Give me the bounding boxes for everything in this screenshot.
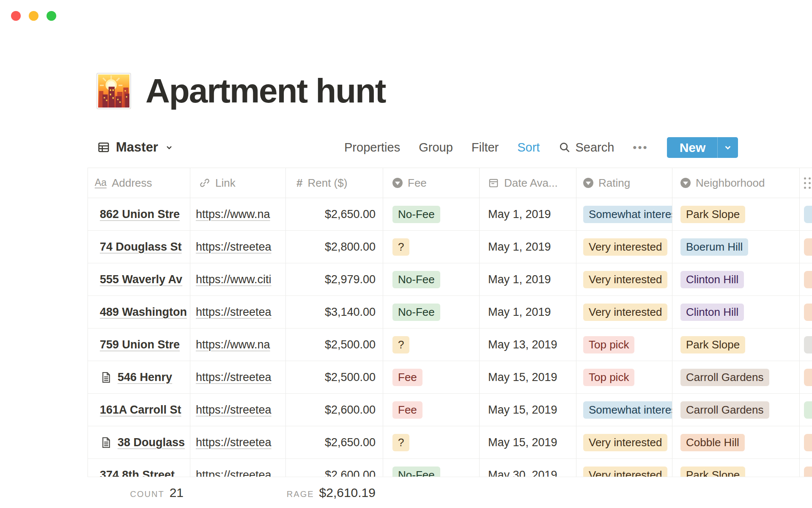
page-icon xyxy=(100,436,112,449)
chevron-down-icon[interactable] xyxy=(718,142,738,153)
rent-cell: $2,650.00 xyxy=(325,208,376,221)
rating-badge[interactable]: Somewhat interested xyxy=(583,401,672,419)
column-header-fee[interactable]: Fee xyxy=(383,168,480,198)
view-switcher[interactable]: Master xyxy=(97,137,174,157)
link-cell[interactable]: https://streetea xyxy=(196,240,272,254)
column-header-rating[interactable]: Rating xyxy=(576,168,672,198)
date-cell: May 1, 2019 xyxy=(488,306,551,319)
zoom-window-button[interactable] xyxy=(47,11,56,21)
truncated-badge[interactable] xyxy=(804,304,812,321)
fee-badge[interactable]: ? xyxy=(392,238,409,256)
window-controls xyxy=(11,11,56,21)
table-header-row: Aa Address Link # Rent ($) F xyxy=(88,168,812,198)
address-cell[interactable]: 862 Union Stre xyxy=(100,208,180,221)
truncated-badge[interactable] xyxy=(804,206,812,223)
fee-badge[interactable]: Fee xyxy=(392,401,422,419)
truncated-badge[interactable] xyxy=(804,467,812,477)
address-cell[interactable]: 546 Henry xyxy=(118,371,172,384)
new-button-label[interactable]: New xyxy=(667,137,718,158)
rating-badge[interactable]: Very interested xyxy=(583,238,667,256)
link-cell[interactable]: https://streetea xyxy=(196,469,272,477)
neighborhood-badge[interactable]: Clinton Hill xyxy=(680,271,744,288)
grid-dots-icon xyxy=(804,177,812,189)
address-cell[interactable]: 74 Douglass St xyxy=(100,240,182,254)
link-cell[interactable]: https://streetea xyxy=(196,436,272,449)
sort-button[interactable]: Sort xyxy=(517,141,540,155)
truncated-badge[interactable] xyxy=(804,271,812,288)
date-property-icon xyxy=(488,177,499,188)
fee-badge[interactable]: No-Fee xyxy=(392,304,440,321)
url-property-icon xyxy=(199,177,210,188)
column-header-address[interactable]: Aa Address xyxy=(88,168,190,198)
rating-badge[interactable]: Very interested xyxy=(583,271,667,288)
average-label: RAGE xyxy=(287,489,314,499)
address-cell[interactable]: 38 Douglass xyxy=(118,436,185,449)
column-header-truncated[interactable] xyxy=(800,168,812,198)
fee-badge[interactable]: ? xyxy=(392,434,409,451)
group-button[interactable]: Group xyxy=(419,141,453,155)
truncated-badge[interactable] xyxy=(804,369,812,386)
truncated-badge[interactable] xyxy=(804,401,812,419)
link-cell[interactable]: https://streetea xyxy=(196,371,272,384)
new-button[interactable]: New xyxy=(667,137,738,158)
link-cell[interactable]: https://www.na xyxy=(196,338,270,351)
more-options-button[interactable]: ••• xyxy=(633,141,648,154)
neighborhood-badge[interactable]: Park Slope xyxy=(680,336,745,353)
minimize-window-button[interactable] xyxy=(29,11,38,21)
count-calculation[interactable]: COUNT 21 xyxy=(88,486,190,500)
fee-badge[interactable]: Fee xyxy=(392,369,422,386)
fee-badge[interactable]: No-Fee xyxy=(392,467,440,477)
rent-cell: $2,500.00 xyxy=(325,338,376,351)
neighborhood-badge[interactable]: Park Slope xyxy=(680,206,745,223)
neighborhood-badge[interactable]: Park Slope xyxy=(680,467,745,477)
neighborhood-badge[interactable]: Carroll Gardens xyxy=(680,369,769,386)
truncated-badge[interactable] xyxy=(804,434,812,451)
address-cell[interactable]: 555 Waverly Av xyxy=(100,273,182,286)
date-cell: May 1, 2019 xyxy=(488,240,551,254)
date-cell: May 15, 2019 xyxy=(488,403,557,417)
properties-button[interactable]: Properties xyxy=(344,141,400,155)
column-header-neighborhood[interactable]: Neighborhood xyxy=(672,168,800,198)
neighborhood-badge[interactable]: Clinton Hill xyxy=(680,304,744,321)
fee-badge[interactable]: No-Fee xyxy=(392,271,440,288)
link-cell[interactable]: https://streetea xyxy=(196,403,272,417)
table-row: 38 Douglass https://streetea $2,650.00 ?… xyxy=(88,426,812,459)
address-cell[interactable]: 759 Union Stre xyxy=(100,338,180,351)
link-cell[interactable]: https://www.citi xyxy=(196,273,272,286)
truncated-badge[interactable] xyxy=(804,336,812,353)
title-property-icon: Aa xyxy=(95,177,107,188)
table-row: 759 Union Stre https://www.na $2,500.00 … xyxy=(88,329,812,361)
rating-badge[interactable]: Somewhat interested xyxy=(583,206,672,223)
rent-cell: $2,500.00 xyxy=(325,371,376,384)
table-row: 555 Waverly Av https://www.citi $2,979.0… xyxy=(88,263,812,296)
close-window-button[interactable] xyxy=(11,11,21,21)
neighborhood-badge[interactable]: Carroll Gardens xyxy=(680,401,769,419)
rating-badge[interactable]: Very interested xyxy=(583,467,667,477)
address-cell[interactable]: 374 8th Street xyxy=(100,469,175,477)
fee-badge[interactable]: No-Fee xyxy=(392,206,440,223)
truncated-badge[interactable] xyxy=(804,238,812,256)
rating-badge[interactable]: Top pick xyxy=(583,336,634,353)
filter-button[interactable]: Filter xyxy=(472,141,499,155)
select-property-icon xyxy=(680,178,691,188)
address-cell[interactable]: 161A Carroll St xyxy=(100,403,181,417)
rating-badge[interactable]: Top pick xyxy=(583,369,634,386)
page-emoji-cityscape-sunset-icon[interactable] xyxy=(96,73,131,109)
column-header-date-available[interactable]: Date Ava... xyxy=(480,168,576,198)
rating-badge[interactable]: Very interested xyxy=(583,304,667,321)
average-calculation[interactable]: RAGE $2,610.19 xyxy=(285,486,383,500)
rating-badge[interactable]: Very interested xyxy=(583,434,667,451)
neighborhood-badge[interactable]: Cobble Hill xyxy=(680,434,745,451)
average-value: $2,610.19 xyxy=(319,486,376,500)
fee-badge[interactable]: ? xyxy=(392,336,409,353)
link-cell[interactable]: https://www.na xyxy=(196,208,270,221)
number-property-icon: # xyxy=(296,177,302,190)
search-button[interactable]: Search xyxy=(558,141,614,155)
column-header-rent[interactable]: # Rent ($) xyxy=(286,168,383,198)
link-cell[interactable]: https://streetea xyxy=(196,306,272,319)
address-cell[interactable]: 489 Washington xyxy=(100,306,187,319)
page-title[interactable]: Apartment hunt xyxy=(145,74,386,108)
column-header-link[interactable]: Link xyxy=(190,168,286,198)
count-label: COUNT xyxy=(130,489,165,499)
neighborhood-badge[interactable]: Boerum Hill xyxy=(680,238,748,256)
